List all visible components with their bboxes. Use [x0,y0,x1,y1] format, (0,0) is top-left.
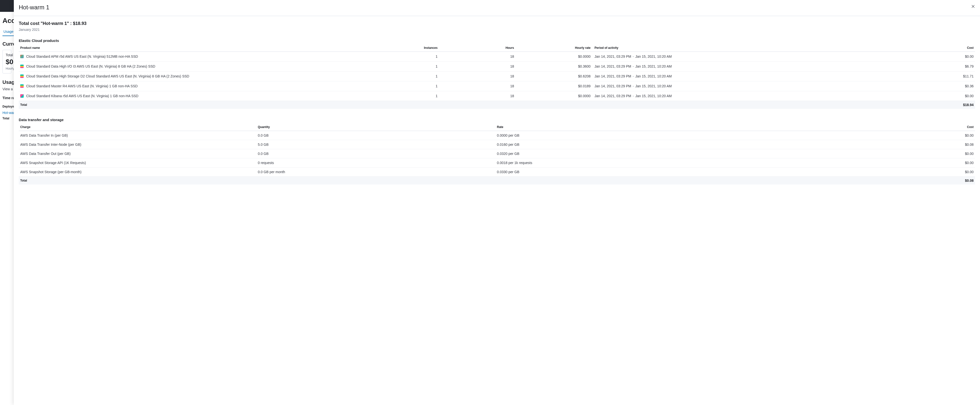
close-button[interactable] [970,3,976,10]
deployment-cost-flyout: Hot-warm 1 Total cost "Hot-warm 1" : $18… [14,0,980,12]
flyout-title: Hot-warm 1 [19,4,975,11]
flyout-header: Hot-warm 1 [14,0,980,12]
close-icon [971,5,975,8]
app-topbar [0,0,14,12]
